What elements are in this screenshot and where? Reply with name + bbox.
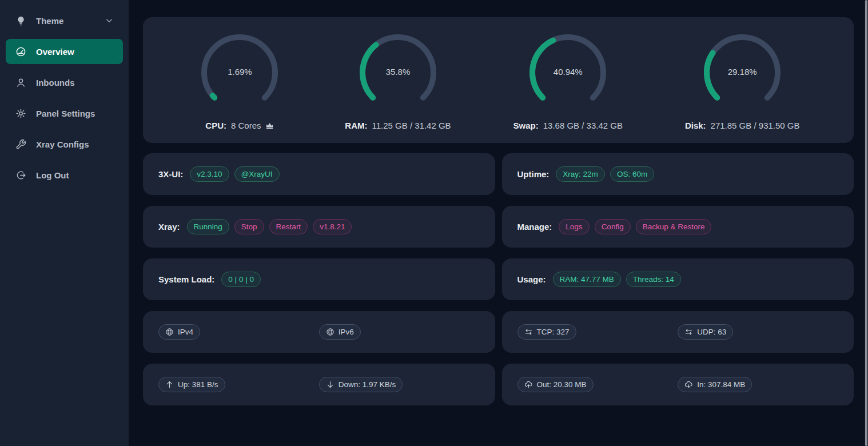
xray-label: Xray: xyxy=(158,222,180,232)
traffic-out-tag: Out: 20.30 MB xyxy=(517,377,594,393)
sidebar-item-theme[interactable]: Theme xyxy=(6,8,123,33)
network-speed-card: Up: 381 B/s Down: 1.97 KB/s xyxy=(143,364,495,405)
xray-stop-button[interactable]: Stop xyxy=(234,219,264,235)
os-uptime-tag: OS: 60m xyxy=(610,166,654,182)
swap-arrows-icon xyxy=(684,328,693,336)
cpu-label-bold: CPU: xyxy=(205,121,226,130)
ram-usage-tag: RAM: 47.77 MB xyxy=(553,272,621,288)
xrayui-telegram-tag[interactable]: @XrayUI xyxy=(234,166,280,182)
cpu-label: CPU: 8 Cores xyxy=(205,121,274,130)
xray-restart-button[interactable]: Restart xyxy=(269,219,308,235)
gear-icon xyxy=(15,108,26,119)
udp-tag-label: UDP: 63 xyxy=(697,326,726,338)
config-button[interactable]: Config xyxy=(595,219,631,235)
sidebar-item-overview[interactable]: Overview xyxy=(6,39,123,64)
ram-gauge: 35.8% RAM: 11.25 GB / 31.42 GB xyxy=(345,30,451,130)
system-load-card: System Load: 0 | 0 | 0 xyxy=(143,258,495,300)
disk-label-bold: Disk: xyxy=(685,121,706,130)
traffic-in-label: In: 307.84 MB xyxy=(697,379,745,391)
user-icon xyxy=(15,77,26,88)
traffic-totals-card: Out: 20.30 MB In: 307.84 MB xyxy=(502,364,854,405)
info-cards-grid: 3X-UI: v2.3.10 @XrayUI Uptime: Xray: 22m… xyxy=(143,153,854,405)
sidebar-item-log-out[interactable]: Log Out xyxy=(6,162,123,188)
sidebar-item-label: Panel Settings xyxy=(36,109,95,118)
xui-label: 3X-UI: xyxy=(158,169,183,179)
backup-restore-button[interactable]: Backup & Restore xyxy=(636,219,712,235)
swap-label: Swap: 13.68 GB / 33.42 GB xyxy=(513,121,623,130)
cpu-label-value: 8 Cores xyxy=(231,121,261,130)
traffic-in-tag: In: 307.84 MB xyxy=(678,377,752,393)
ram-label-value: 11.25 GB / 31.42 GB xyxy=(372,121,451,130)
logout-icon xyxy=(15,170,26,181)
swap-label-bold: Swap: xyxy=(513,121,539,130)
system-gauges-card: 1.69% CPU: 8 Cores 35.8% RAM: 11.25 GB /… xyxy=(143,17,854,143)
sidebar-item-label: Inbounds xyxy=(36,78,75,87)
swap-percent: 40.94% xyxy=(525,67,611,77)
up-speed-label: Up: 381 B/s xyxy=(178,379,218,391)
ip-addresses-card: IPv4 IPv6 xyxy=(143,311,495,353)
ram-label-bold: RAM: xyxy=(345,121,367,130)
udp-count-tag: UDP: 63 xyxy=(678,324,733,340)
sidebar-item-panel-settings[interactable]: Panel Settings xyxy=(6,101,123,126)
swap-gauge: 40.94% Swap: 13.68 GB / 33.42 GB xyxy=(513,30,623,130)
xray-uptime-tag: Xray: 22m xyxy=(556,166,605,182)
cloud-download-icon xyxy=(684,380,693,389)
threads-tag: Threads: 14 xyxy=(626,272,681,288)
ipv4-tag-label: IPv4 xyxy=(178,326,193,338)
sidebar-item-xray-configs[interactable]: Xray Configs xyxy=(6,132,123,157)
sidebar: Theme Overview Inbounds Panel Settings X… xyxy=(0,0,129,446)
manage-label: Manage: xyxy=(517,222,552,232)
cpu-percent: 1.69% xyxy=(197,67,282,77)
down-speed-tag: Down: 1.97 KB/s xyxy=(319,377,403,393)
uptime-label: Uptime: xyxy=(517,169,550,179)
usage-card: Usage: RAM: 47.77 MB Threads: 14 xyxy=(502,258,854,300)
chevron-down-icon[interactable] xyxy=(105,17,113,25)
xui-version-card: 3X-UI: v2.3.10 @XrayUI xyxy=(143,153,495,195)
sidebar-item-inbounds[interactable]: Inbounds xyxy=(6,70,123,95)
disk-gauge: 29.18% Disk: 271.85 GB / 931.50 GB xyxy=(685,30,800,130)
disk-percent: 29.18% xyxy=(699,67,785,77)
xray-version-button[interactable]: v1.8.21 xyxy=(313,219,352,235)
arrow-up-icon xyxy=(165,380,174,389)
up-speed-tag: Up: 381 B/s xyxy=(158,377,225,393)
traffic-out-label: Out: 20.30 MB xyxy=(537,379,587,391)
arrow-down-icon xyxy=(326,380,335,389)
tcp-column: TCP: 327 xyxy=(517,324,678,340)
scrollbar-thumb[interactable] xyxy=(865,0,867,446)
sidebar-item-label: Xray Configs xyxy=(36,140,89,149)
xui-version-tag: v2.3.10 xyxy=(190,166,229,182)
usage-label: Usage: xyxy=(517,274,546,284)
swap-label-value: 13.68 GB / 33.42 GB xyxy=(543,121,623,130)
globe-icon xyxy=(165,328,174,336)
ipv4-tag: IPv4 xyxy=(158,324,200,340)
up-speed-column: Up: 381 B/s xyxy=(158,377,319,393)
xray-running-badge: Running xyxy=(187,219,229,235)
down-speed-label: Down: 1.97 KB/s xyxy=(339,379,396,391)
cpu-gauge: 1.69% CPU: 8 Cores xyxy=(197,30,282,130)
sidebar-item-label: Log Out xyxy=(36,170,69,180)
overview-page: 1.69% CPU: 8 Cores 35.8% RAM: 11.25 GB /… xyxy=(129,0,868,446)
udp-column: UDP: 63 xyxy=(678,324,838,340)
ipv6-tag-label: IPv6 xyxy=(339,326,354,338)
wrench-icon xyxy=(15,139,26,150)
connections-card: TCP: 327 UDP: 63 xyxy=(502,311,854,353)
tcp-tag-label: TCP: 327 xyxy=(537,326,570,338)
disk-label: Disk: 271.85 GB / 931.50 GB xyxy=(685,121,800,130)
down-speed-column: Down: 1.97 KB/s xyxy=(319,377,480,393)
logs-button[interactable]: Logs xyxy=(559,219,589,235)
ipv4-column: IPv4 xyxy=(158,324,319,340)
area-chart-icon xyxy=(265,121,274,130)
traffic-out-column: Out: 20.30 MB xyxy=(517,377,678,393)
disk-label-value: 271.85 GB / 931.50 GB xyxy=(711,121,800,130)
manage-card: Manage: Logs Config Backup & Restore xyxy=(502,206,854,248)
sidebar-item-label: Theme xyxy=(36,16,63,26)
tcp-count-tag: TCP: 327 xyxy=(517,324,576,340)
ipv6-column: IPv6 xyxy=(319,324,480,340)
system-load-tag: 0 | 0 | 0 xyxy=(221,272,261,288)
globe-icon xyxy=(326,328,335,336)
ram-percent: 35.8% xyxy=(355,67,441,77)
uptime-card: Uptime: Xray: 22m OS: 60m xyxy=(502,153,854,195)
cloud-upload-icon xyxy=(524,380,533,389)
system-load-label: System Load: xyxy=(158,274,214,284)
vertical-scrollbar xyxy=(865,0,868,446)
